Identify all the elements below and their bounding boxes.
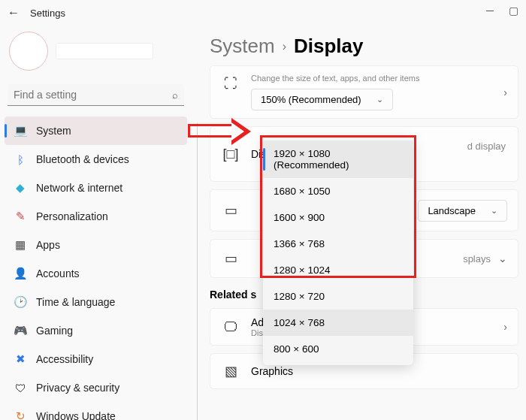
- acct-icon: 👤: [14, 267, 27, 280]
- scale-select[interactable]: 150% (Recommended) ⌄: [251, 89, 393, 110]
- resolution-option[interactable]: 1680 × 1050: [263, 178, 413, 204]
- sidebar-item-windows-update[interactable]: ↻Windows Update: [5, 402, 187, 420]
- resolution-option[interactable]: 1280 × 720: [263, 283, 413, 310]
- chevron-down-icon[interactable]: ⌄: [498, 252, 507, 264]
- time-icon: 🕑: [14, 295, 27, 309]
- apps-icon: ▦: [14, 238, 27, 252]
- vertical-divider: [197, 123, 198, 420]
- sidebar-item-network-internet[interactable]: ◆Network & internet: [5, 174, 187, 202]
- resolution-option[interactable]: 1366 × 768: [263, 231, 413, 257]
- resolution-dropdown[interactable]: 1920 × 1080 (Recommended)1680 × 10501600…: [263, 137, 413, 365]
- search-icon: ⌕: [172, 89, 178, 101]
- sidebar-item-label: Network & internet: [36, 182, 122, 194]
- minimize-icon[interactable]: ─: [486, 5, 494, 17]
- sidebar-item-accessibility[interactable]: ✖Accessibility: [5, 345, 187, 373]
- resolution-option[interactable]: 1600 × 900: [263, 204, 413, 231]
- upd-icon: ↻: [14, 409, 27, 420]
- acc-icon: ✖: [14, 352, 27, 366]
- resolution-hint: d display: [467, 141, 506, 152]
- sidebar-item-gaming[interactable]: 🎮Gaming: [5, 316, 187, 345]
- chevron-down-icon: ⌄: [491, 206, 497, 216]
- user-name: [56, 43, 153, 59]
- sidebar-item-label: Accounts: [36, 267, 80, 279]
- bt-icon: ᛒ: [14, 153, 27, 166]
- annotation-arrow: [188, 116, 259, 148]
- multi-display-icon: ▭: [221, 249, 240, 268]
- sidebar-item-time-language[interactable]: 🕑Time & language: [5, 288, 187, 316]
- sidebar-item-label: Bluetooth & devices: [36, 153, 129, 165]
- graphics-icon: ▧: [221, 361, 240, 381]
- resolution-option[interactable]: 800 × 600: [263, 336, 413, 362]
- scale-card[interactable]: ⛶ Change the size of text, apps, and oth…: [210, 65, 518, 119]
- scale-value: 150% (Recommended): [261, 94, 361, 105]
- resolution-option[interactable]: 1024 × 768: [263, 310, 413, 336]
- sidebar-item-label: Accessibility: [36, 353, 93, 365]
- chevron-down-icon: ⌄: [376, 95, 383, 104]
- system-icon: 💻: [14, 124, 27, 137]
- window-title: Settings: [30, 8, 65, 19]
- sidebar-item-label: Personalization: [36, 210, 108, 222]
- sidebar-item-bluetooth-devices[interactable]: ᛒBluetooth & devices: [5, 145, 187, 174]
- back-icon[interactable]: ←: [8, 6, 20, 20]
- breadcrumb-parent[interactable]: System: [210, 35, 275, 58]
- sidebar-item-accounts[interactable]: 👤Accounts: [5, 259, 187, 288]
- breadcrumb-current: Display: [294, 35, 364, 58]
- avatar: [9, 32, 48, 71]
- pers-icon: ✎: [14, 210, 27, 223]
- sidebar-item-privacy-security[interactable]: 🛡Privacy & security: [5, 373, 187, 402]
- chevron-right-icon[interactable]: ›: [503, 321, 507, 333]
- profile-block[interactable]: [5, 26, 187, 81]
- orientation-icon: ▭: [221, 201, 240, 220]
- sidebar-item-label: Gaming: [36, 325, 73, 337]
- sidebar-item-label: System: [36, 125, 71, 137]
- chevron-right-icon[interactable]: ›: [503, 86, 507, 98]
- multi-hint: splays: [463, 253, 491, 264]
- net-icon: ◆: [14, 181, 27, 195]
- sidebar-item-label: Time & language: [36, 296, 115, 308]
- game-icon: 🎮: [14, 324, 27, 337]
- resolution-option[interactable]: 1920 × 1080 (Recommended): [263, 141, 413, 178]
- sidebar-item-label: Windows Update: [36, 410, 116, 420]
- orientation-select[interactable]: Landscape ⌄: [418, 200, 507, 222]
- sidebar-item-apps[interactable]: ▦Apps: [5, 231, 187, 259]
- scale-subtitle: Change the size of text, apps, and other…: [251, 74, 493, 83]
- sidebar-item-personalization[interactable]: ✎Personalization: [5, 202, 187, 231]
- chevron-right-icon: ›: [283, 40, 286, 53]
- monitor-icon: 🖵: [221, 317, 240, 337]
- priv-icon: 🛡: [14, 381, 27, 394]
- resolution-option[interactable]: 1280 × 1024: [263, 257, 413, 283]
- search-box[interactable]: ⌕: [8, 84, 184, 106]
- scale-icon: ⛶: [221, 74, 240, 93]
- breadcrumb: System › Display: [210, 35, 526, 58]
- maximize-icon[interactable]: ▢: [509, 5, 518, 17]
- graphics-title: Graphics: [251, 365, 507, 377]
- sidebar-item-label: Apps: [36, 239, 60, 251]
- orientation-value: Landscape: [428, 205, 476, 216]
- sidebar-item-label: Privacy & security: [36, 382, 119, 394]
- sidebar-item-system[interactable]: 💻System: [5, 116, 187, 145]
- search-input[interactable]: [14, 89, 172, 101]
